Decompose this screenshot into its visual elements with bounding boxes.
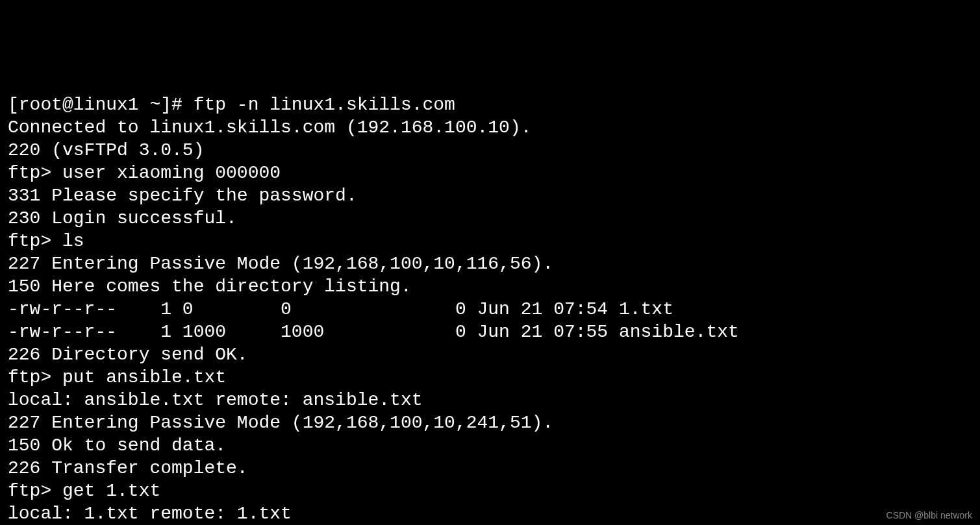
terminal-line: ftp> get 1.txt [8,480,972,502]
terminal-output[interactable]: [root@linux1 ~]# ftp -n linux1.skills.co… [8,93,972,525]
terminal-line: ftp> put ansible.txt [8,366,972,389]
terminal-line: 230 Login successful. [8,207,972,230]
terminal-line: 226 Directory send OK. [8,343,972,366]
watermark-text: CSDN @blbi network [886,510,972,522]
terminal-line: ftp> ls [8,230,972,252]
terminal-line: [root@linux1 ~]# ftp -n linux1.skills.co… [8,93,972,116]
terminal-line: 150 Ok to send data. [8,434,972,457]
terminal-line: ftp> user xiaoming 000000 [8,162,972,184]
terminal-line: 331 Please specify the password. [8,184,972,207]
terminal-line: Connected to linux1.skills.com (192.168.… [8,116,972,139]
terminal-line: 227 Entering Passive Mode (192,168,100,1… [8,252,972,275]
terminal-line: -rw-r--r-- 1 0 0 0 Jun 21 07:54 1.txt [8,298,972,321]
terminal-line: 227 Entering Passive Mode (192,168,100,1… [8,411,972,434]
terminal-line: -rw-r--r-- 1 1000 1000 0 Jun 21 07:55 an… [8,321,972,343]
terminal-line: local: 1.txt remote: 1.txt [8,502,972,525]
terminal-line: 220 (vsFTPd 3.0.5) [8,139,972,162]
terminal-line: local: ansible.txt remote: ansible.txt [8,389,972,411]
terminal-line: 226 Transfer complete. [8,457,972,480]
terminal-line: 150 Here comes the directory listing. [8,275,972,298]
